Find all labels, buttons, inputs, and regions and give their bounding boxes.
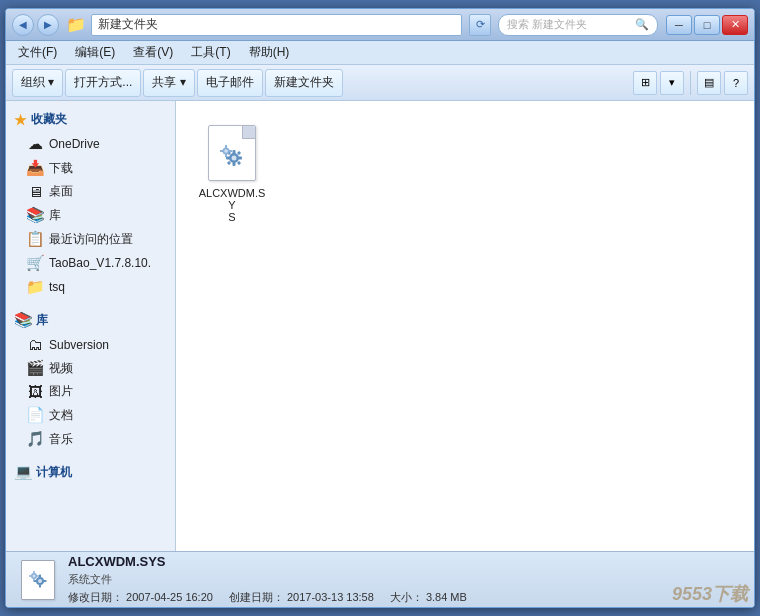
address-bar[interactable]: 新建文件夹: [91, 14, 462, 36]
sidebar-item-desktop[interactable]: 🖥 桌面: [6, 180, 175, 203]
sidebar-item-taobao[interactable]: 🛒 TaoBao_V1.7.8.10.: [6, 251, 175, 275]
size-label: 大小：: [390, 591, 423, 603]
pictures-icon: 🖼: [26, 383, 44, 400]
status-file-icon: [18, 560, 58, 600]
view-dropdown-button[interactable]: ▾: [660, 71, 684, 95]
search-placeholder-text: 搜索 新建文件夹: [507, 17, 587, 32]
svg-rect-18: [39, 574, 41, 577]
back-button[interactable]: ◀: [12, 14, 34, 36]
menu-view[interactable]: 查看(V): [125, 42, 181, 63]
help-button[interactable]: ?: [724, 71, 748, 95]
sidebar-item-downloads-label: 下载: [49, 160, 73, 177]
forward-button[interactable]: ▶: [37, 14, 59, 36]
sidebar-computer-label: 计算机: [36, 464, 72, 481]
modified-date: 2007-04-25 16:20: [126, 591, 213, 603]
sidebar-item-music-label: 音乐: [49, 431, 73, 448]
minimize-button[interactable]: ─: [666, 15, 692, 35]
status-gear-svg: [27, 567, 49, 593]
sidebar-item-onedrive[interactable]: ☁ OneDrive: [6, 132, 175, 156]
address-text: 新建文件夹: [98, 16, 158, 33]
sidebar-item-library-label: 库: [49, 207, 61, 224]
sidebar-item-onedrive-label: OneDrive: [49, 137, 100, 151]
help-icon: ?: [733, 77, 739, 89]
close-button[interactable]: ✕: [722, 15, 748, 35]
organize-button[interactable]: 组织 ▾: [12, 69, 63, 97]
search-bar[interactable]: 搜索 新建文件夹 🔍: [498, 14, 658, 36]
back-icon: ◀: [19, 19, 27, 30]
status-info: ALCXWDM.SYS 系统文件 修改日期： 2007-04-25 16:20 …: [68, 554, 742, 605]
file-name: ALCXWDM.SYS: [198, 187, 266, 223]
subversion-icon: 🗂: [26, 336, 44, 353]
folder-icon: 📁: [66, 15, 86, 34]
file-area: ALCXWDM.SYS: [176, 101, 754, 551]
svg-rect-19: [39, 584, 41, 587]
open-with-button[interactable]: 打开方式...: [65, 69, 141, 97]
taobao-icon: 🛒: [26, 254, 44, 272]
status-filename: ALCXWDM.SYS: [68, 554, 742, 569]
grid-icon: ⊞: [641, 76, 650, 89]
main-area: ★ 收藏夹 ☁ OneDrive 📥 下载 🖥 桌面 📚 库: [6, 101, 754, 551]
email-button[interactable]: 电子邮件: [197, 69, 263, 97]
svg-rect-27: [37, 575, 40, 577]
details-pane-button[interactable]: ▤: [697, 71, 721, 95]
sidebar-computer-header[interactable]: 💻 计算机: [6, 459, 175, 485]
sidebar-favorites-header[interactable]: ★ 收藏夹: [6, 107, 175, 132]
menu-bar: 文件(F) 编辑(E) 查看(V) 工具(T) 帮助(H): [6, 41, 754, 65]
menu-tools[interactable]: 工具(T): [183, 42, 238, 63]
sidebar-item-video-label: 视频: [49, 360, 73, 377]
svg-rect-13: [225, 154, 227, 157]
modified-label: 修改日期：: [68, 591, 123, 603]
sidebar-item-docs-label: 文档: [49, 407, 73, 424]
restore-button[interactable]: □: [694, 15, 720, 35]
sidebar-item-downloads[interactable]: 📥 下载: [6, 156, 175, 180]
sidebar-item-subversion[interactable]: 🗂 Subversion: [6, 333, 175, 356]
svg-point-17: [38, 579, 42, 583]
menu-file[interactable]: 文件(F): [10, 42, 65, 63]
desktop-icon: 🖥: [26, 183, 44, 200]
menu-edit[interactable]: 编辑(E): [67, 42, 123, 63]
sidebar-item-recent[interactable]: 📋 最近访问的位置: [6, 227, 175, 251]
sidebar: ★ 收藏夹 ☁ OneDrive 📥 下载 🖥 桌面 📚 库: [6, 101, 176, 551]
sidebar-computer-section: 💻 计算机: [6, 459, 175, 485]
library-icon: 📚: [26, 206, 44, 224]
sidebar-item-music[interactable]: 🎵 音乐: [6, 427, 175, 451]
sidebar-item-video[interactable]: 🎬 视频: [6, 356, 175, 380]
svg-point-23: [33, 574, 36, 577]
file-item-alcxwdm[interactable]: ALCXWDM.SYS: [192, 117, 272, 229]
sidebar-item-library[interactable]: 📚 库: [6, 203, 175, 227]
new-folder-button[interactable]: 新建文件夹: [265, 69, 343, 97]
svg-rect-15: [229, 150, 232, 152]
size-value: 3.84 MB: [426, 591, 467, 603]
tsq-icon: 📁: [26, 278, 44, 296]
toolbar-separator: [690, 71, 691, 95]
view-mode-button-1[interactable]: ⊞: [633, 71, 657, 95]
downloads-icon: 📥: [26, 159, 44, 177]
svg-rect-3: [233, 162, 236, 166]
sidebar-item-docs[interactable]: 📄 文档: [6, 403, 175, 427]
onedrive-icon: ☁: [26, 135, 44, 153]
created-date: 2017-03-13 13:58: [287, 591, 374, 603]
svg-point-1: [232, 156, 237, 161]
toolbar: 组织 ▾ 打开方式... 共享 ▾ 电子邮件 新建文件夹 ⊞ ▾ ▤ ?: [6, 65, 754, 101]
menu-help[interactable]: 帮助(H): [241, 42, 298, 63]
sidebar-item-desktop-label: 桌面: [49, 183, 73, 200]
sidebar-favorites-section: ★ 收藏夹 ☁ OneDrive 📥 下载 🖥 桌面 📚 库: [6, 107, 175, 299]
sidebar-item-recent-label: 最近访问的位置: [49, 231, 133, 248]
size-info: 大小： 3.84 MB: [390, 590, 467, 605]
title-bar-nav: ◀ ▶ 📁 新建文件夹 ⟳ 搜索 新建文件夹 🔍: [12, 14, 658, 36]
sidebar-favorites-label: 收藏夹: [31, 111, 67, 128]
status-meta: 修改日期： 2007-04-25 16:20 创建日期： 2017-03-13 …: [68, 590, 742, 605]
share-button[interactable]: 共享 ▾: [143, 69, 194, 97]
sidebar-item-pictures[interactable]: 🖼 图片: [6, 380, 175, 403]
svg-rect-14: [220, 150, 223, 152]
sidebar-item-tsq[interactable]: 📁 tsq: [6, 275, 175, 299]
svg-rect-21: [44, 580, 47, 582]
refresh-button[interactable]: ⟳: [469, 14, 491, 36]
restore-icon: □: [704, 19, 711, 31]
title-bar: ◀ ▶ 📁 新建文件夹 ⟳ 搜索 新建文件夹 🔍 ─ □: [6, 9, 754, 41]
svg-rect-12: [225, 145, 227, 148]
file-page-icon: [208, 125, 256, 181]
modified-info: 修改日期： 2007-04-25 16:20: [68, 590, 213, 605]
sidebar-library-header[interactable]: 📚 库: [6, 307, 175, 333]
star-icon: ★: [14, 112, 27, 128]
